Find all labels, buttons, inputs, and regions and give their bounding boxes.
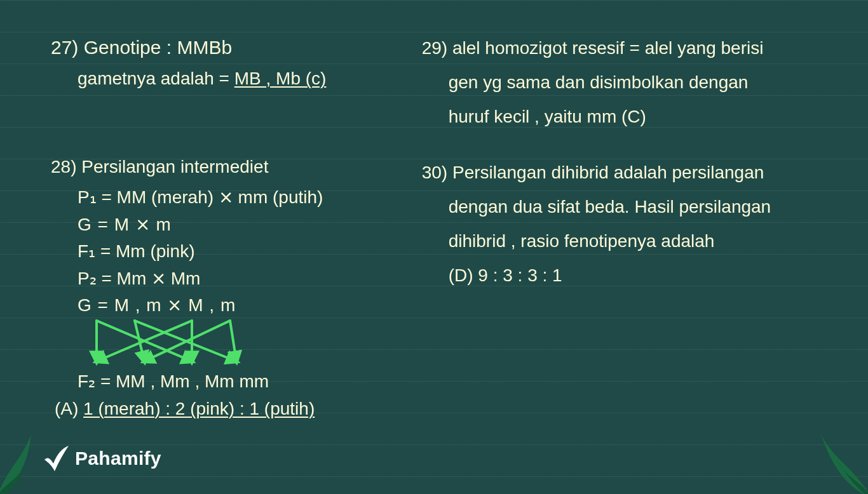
brand-name: Pahamify: [75, 448, 161, 469]
q28-p1: P₁ = MM (merah) ⨯ mm (putih): [51, 186, 403, 209]
q28-answer-pre: (A): [55, 399, 83, 418]
q28-title: 28) Persilangan intermediet: [51, 156, 403, 178]
q29-line2: gen yg sama dan disimbolkan dengan: [422, 69, 813, 96]
q27-line2-answer: MB , Mb (c): [234, 69, 327, 88]
handwritten-content: 27) Genotipe : MMBb gametnya adalah = MB…: [51, 35, 813, 428]
q27-line2: gametnya adalah = MB , Mb (c): [51, 67, 403, 90]
q28-g2: G = M , m ⨯ M , m: [51, 294, 403, 317]
q28-answer: (A) 1 (merah) : 2 (pink) : 1 (putih): [51, 397, 403, 420]
q30-line1: 30) Persilangan dihibrid adalah persilan…: [422, 159, 813, 186]
brand-logo: Pahamify: [42, 444, 161, 472]
q30-line3: dihibrid , rasio fenotipenya adalah: [422, 228, 813, 255]
q28-p2: P₂ = Mm ⨯ Mm: [51, 267, 403, 290]
q29-line1: 29) alel homozigot resesif = alel yang b…: [422, 35, 813, 62]
q27-line2-pre: gametnya adalah =: [78, 69, 234, 88]
q29-line3: huruf kecil , yaitu mm (C): [422, 103, 813, 130]
checkmark-icon: [42, 444, 70, 472]
q27-line1: 27) Genotipe : MMBb: [51, 35, 403, 60]
q28-answer-ratio: 1 (merah) : 2 (pink) : 1 (putih): [83, 399, 315, 418]
q28-f2: F₂ = MM , Mm , Mm mm: [51, 370, 403, 393]
q28-g1: G = M ⨯ m: [51, 213, 403, 236]
punnett-cross-arrows: [84, 317, 249, 368]
q28-f1: F₁ = Mm (pink): [51, 240, 403, 263]
q30-line4: (D) 9 : 3 : 3 : 1: [422, 262, 813, 289]
q30-line2: dengan dua sifat beda. Hasil persilangan: [422, 194, 813, 220]
